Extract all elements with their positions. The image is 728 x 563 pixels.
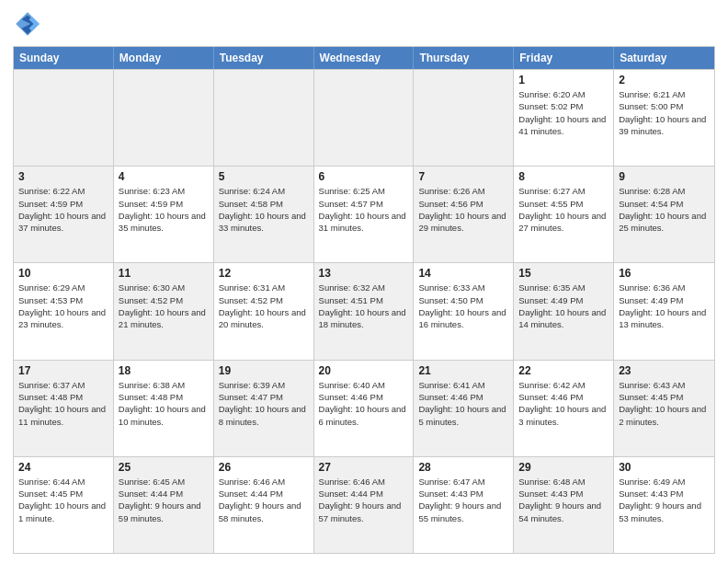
day-2: 2Sunrise: 6:21 AMSunset: 5:00 PMDaylight…	[614, 70, 714, 166]
day-info: Sunset: 4:57 PM	[319, 198, 409, 210]
header-monday: Monday	[114, 47, 214, 69]
day-info: Sunrise: 6:46 AM	[319, 476, 409, 488]
empty-cell	[214, 70, 314, 166]
day-27: 27Sunrise: 6:46 AMSunset: 4:44 PMDayligh…	[314, 457, 415, 553]
day-20: 20Sunrise: 6:40 AMSunset: 4:46 PMDayligh…	[314, 361, 415, 456]
page: SundayMondayTuesdayWednesdayThursdayFrid…	[0, 0, 728, 563]
day-number: 6	[319, 170, 409, 183]
day-info: Sunrise: 6:45 AM	[119, 476, 209, 488]
day-number: 1	[518, 74, 609, 86]
day-info: Daylight: 10 hours and 29 minutes.	[418, 210, 508, 235]
calendar: SundayMondayTuesdayWednesdayThursdayFrid…	[13, 46, 715, 554]
day-info: Daylight: 10 hours and 3 minutes.	[518, 403, 609, 428]
day-number: 10	[18, 267, 108, 280]
week-4: 17Sunrise: 6:37 AMSunset: 4:48 PMDayligh…	[14, 360, 714, 456]
calendar-body: 1Sunrise: 6:20 AMSunset: 5:02 PMDaylight…	[14, 69, 714, 553]
header-friday: Friday	[514, 47, 614, 69]
day-number: 28	[418, 461, 508, 474]
day-info: Daylight: 10 hours and 5 minutes.	[418, 403, 508, 428]
day-info: Sunrise: 6:43 AM	[619, 379, 710, 391]
day-23: 23Sunrise: 6:43 AMSunset: 4:45 PMDayligh…	[614, 361, 714, 456]
day-number: 22	[518, 364, 609, 377]
day-info: Daylight: 10 hours and 10 minutes.	[119, 403, 209, 428]
day-info: Sunrise: 6:39 AM	[219, 379, 309, 391]
day-info: Sunset: 4:43 PM	[418, 488, 508, 500]
day-number: 12	[219, 267, 309, 280]
day-info: Daylight: 10 hours and 11 minutes.	[18, 403, 108, 428]
day-info: Sunset: 4:44 PM	[219, 488, 309, 500]
day-info: Daylight: 9 hours and 54 minutes.	[518, 500, 609, 524]
day-info: Sunrise: 6:21 AM	[619, 88, 710, 100]
day-info: Sunrise: 6:25 AM	[319, 185, 409, 197]
day-info: Sunrise: 6:46 AM	[219, 476, 309, 488]
day-number: 5	[219, 170, 309, 183]
day-1: 1Sunrise: 6:20 AMSunset: 5:02 PMDaylight…	[514, 70, 614, 166]
day-info: Sunset: 4:44 PM	[119, 488, 209, 500]
day-info: Sunrise: 6:36 AM	[619, 282, 710, 293]
day-info: Sunset: 4:48 PM	[119, 391, 209, 403]
day-info: Sunset: 4:46 PM	[418, 391, 508, 403]
day-info: Daylight: 10 hours and 21 minutes.	[119, 306, 209, 331]
day-info: Sunset: 4:53 PM	[18, 294, 108, 306]
day-info: Daylight: 9 hours and 58 minutes.	[219, 500, 309, 524]
day-info: Sunset: 4:45 PM	[619, 391, 710, 403]
header	[13, 9, 715, 39]
day-21: 21Sunrise: 6:41 AMSunset: 4:46 PMDayligh…	[414, 361, 514, 456]
day-info: Daylight: 10 hours and 2 minutes.	[619, 403, 710, 428]
day-info: Sunset: 4:54 PM	[619, 198, 710, 210]
day-number: 3	[18, 170, 108, 183]
day-25: 25Sunrise: 6:45 AMSunset: 4:44 PMDayligh…	[114, 457, 214, 553]
header-thursday: Thursday	[414, 47, 514, 69]
day-18: 18Sunrise: 6:38 AMSunset: 4:48 PMDayligh…	[114, 361, 214, 456]
day-info: Sunrise: 6:32 AM	[319, 282, 409, 293]
day-11: 11Sunrise: 6:30 AMSunset: 4:52 PMDayligh…	[114, 263, 214, 359]
day-3: 3Sunrise: 6:22 AMSunset: 4:59 PMDaylight…	[14, 167, 114, 262]
day-info: Sunset: 4:46 PM	[518, 391, 609, 403]
day-info: Daylight: 10 hours and 1 minute.	[18, 500, 108, 524]
day-info: Daylight: 10 hours and 18 minutes.	[319, 306, 409, 331]
day-info: Sunset: 4:50 PM	[418, 294, 508, 306]
day-number: 24	[18, 461, 108, 474]
logo-icon	[13, 9, 42, 39]
day-number: 14	[418, 267, 508, 280]
day-info: Daylight: 10 hours and 8 minutes.	[219, 403, 309, 428]
day-info: Sunset: 4:44 PM	[319, 488, 409, 500]
day-info: Sunset: 4:52 PM	[119, 294, 209, 306]
day-info: Sunset: 4:49 PM	[518, 294, 609, 306]
day-info: Sunset: 4:58 PM	[219, 198, 309, 210]
day-7: 7Sunrise: 6:26 AMSunset: 4:56 PMDaylight…	[414, 167, 514, 262]
header-wednesday: Wednesday	[314, 47, 415, 69]
day-info: Daylight: 10 hours and 20 minutes.	[219, 306, 309, 331]
day-info: Daylight: 10 hours and 6 minutes.	[319, 403, 409, 428]
header-saturday: Saturday	[614, 47, 714, 69]
day-info: Sunrise: 6:30 AM	[119, 282, 209, 293]
empty-cell	[314, 70, 415, 166]
day-info: Sunrise: 6:33 AM	[418, 282, 508, 293]
day-info: Daylight: 10 hours and 16 minutes.	[418, 306, 508, 331]
day-6: 6Sunrise: 6:25 AMSunset: 4:57 PMDaylight…	[314, 167, 415, 262]
day-info: Daylight: 9 hours and 57 minutes.	[319, 500, 409, 524]
day-info: Sunset: 4:59 PM	[18, 198, 108, 210]
day-info: Daylight: 10 hours and 37 minutes.	[18, 210, 108, 235]
day-info: Daylight: 9 hours and 53 minutes.	[619, 500, 710, 524]
day-info: Sunrise: 6:49 AM	[619, 476, 710, 488]
header-sunday: Sunday	[14, 47, 114, 69]
day-info: Sunrise: 6:29 AM	[18, 282, 108, 293]
day-30: 30Sunrise: 6:49 AMSunset: 4:43 PMDayligh…	[614, 457, 714, 553]
day-info: Sunset: 5:00 PM	[619, 100, 710, 112]
day-24: 24Sunrise: 6:44 AMSunset: 4:45 PMDayligh…	[14, 457, 114, 553]
day-number: 9	[619, 170, 710, 183]
day-info: Sunset: 4:51 PM	[319, 294, 409, 306]
day-info: Sunrise: 6:35 AM	[518, 282, 609, 293]
day-number: 21	[418, 364, 508, 377]
day-19: 19Sunrise: 6:39 AMSunset: 4:47 PMDayligh…	[214, 361, 314, 456]
day-14: 14Sunrise: 6:33 AMSunset: 4:50 PMDayligh…	[414, 263, 514, 359]
day-info: Daylight: 10 hours and 33 minutes.	[219, 210, 309, 235]
day-info: Daylight: 10 hours and 25 minutes.	[619, 210, 710, 235]
day-number: 30	[619, 461, 710, 474]
day-number: 29	[518, 461, 609, 474]
day-info: Sunrise: 6:40 AM	[319, 379, 409, 391]
day-info: Daylight: 10 hours and 27 minutes.	[518, 210, 609, 235]
day-info: Daylight: 9 hours and 59 minutes.	[119, 500, 209, 524]
day-15: 15Sunrise: 6:35 AMSunset: 4:49 PMDayligh…	[514, 263, 614, 359]
